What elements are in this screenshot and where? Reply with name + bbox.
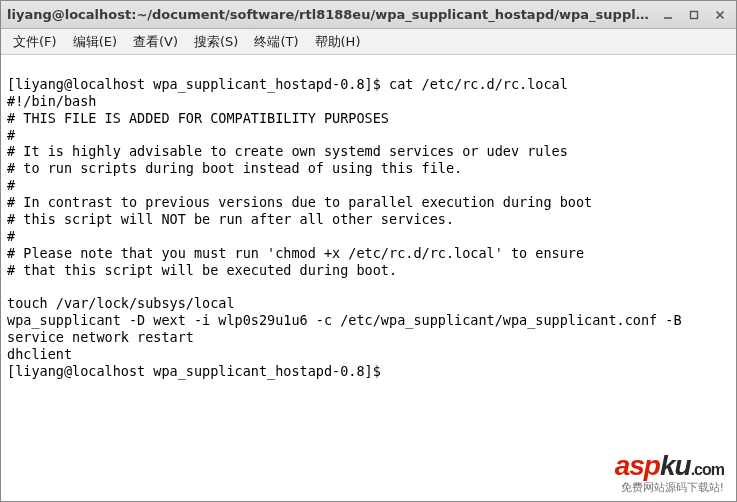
menu-edit[interactable]: 编辑(E) bbox=[65, 31, 125, 53]
close-button[interactable] bbox=[710, 6, 730, 24]
terminal-viewport[interactable]: [liyang@localhost wpa_supplicant_hostapd… bbox=[1, 55, 736, 501]
menu-terminal[interactable]: 终端(T) bbox=[246, 31, 306, 53]
window-titlebar: liyang@localhost:~/document/software/rtl… bbox=[1, 1, 736, 29]
shell-command: cat /etc/rc.d/rc.local bbox=[389, 76, 568, 92]
menu-help[interactable]: 帮助(H) bbox=[307, 31, 369, 53]
shell-prompt: [liyang@localhost wpa_supplicant_hostapd… bbox=[7, 76, 389, 92]
maximize-button[interactable] bbox=[684, 6, 704, 24]
menubar: 文件(F) 编辑(E) 查看(V) 搜索(S) 终端(T) 帮助(H) bbox=[1, 29, 736, 55]
menu-view[interactable]: 查看(V) bbox=[125, 31, 186, 53]
svg-rect-1 bbox=[691, 11, 698, 18]
prompt-line-1: [liyang@localhost wpa_supplicant_hostapd… bbox=[7, 76, 568, 92]
window-title: liyang@localhost:~/document/software/rtl… bbox=[7, 7, 652, 22]
menu-file[interactable]: 文件(F) bbox=[5, 31, 65, 53]
prompt-line-2: [liyang@localhost wpa_supplicant_hostapd… bbox=[7, 363, 389, 379]
shell-prompt: [liyang@localhost wpa_supplicant_hostapd… bbox=[7, 363, 389, 379]
command-output: #!/bin/bash # THIS FILE IS ADDED FOR COM… bbox=[7, 93, 682, 362]
minimize-button[interactable] bbox=[658, 6, 678, 24]
menu-search[interactable]: 搜索(S) bbox=[186, 31, 246, 53]
